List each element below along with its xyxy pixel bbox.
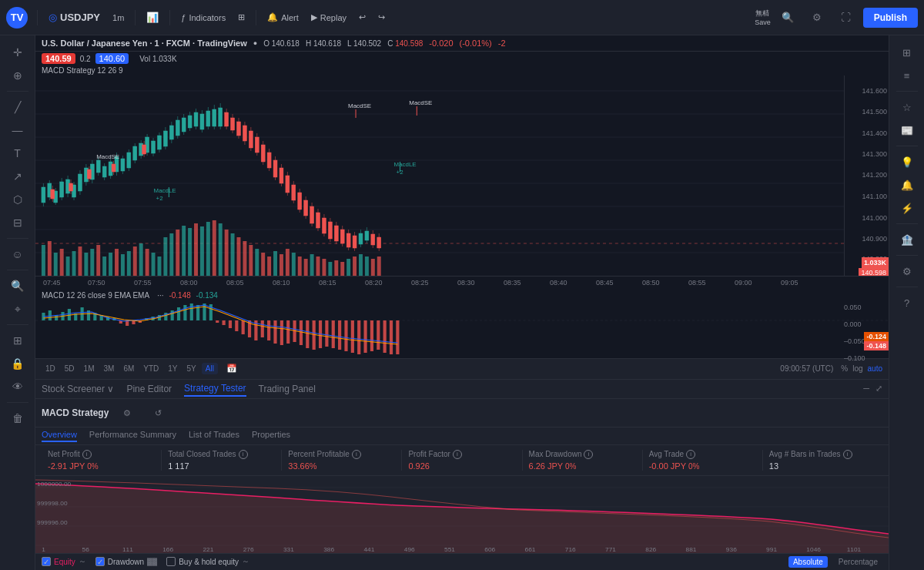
period-3m[interactable]: 3M xyxy=(100,363,119,374)
emoji-tool[interactable]: ☺ xyxy=(5,243,30,265)
period-5d[interactable]: 5D xyxy=(61,363,79,374)
chart-list-btn[interactable]: ≡ xyxy=(895,65,919,86)
period-1d[interactable]: 1D xyxy=(42,363,59,374)
timeframe-selector[interactable]: 1m xyxy=(108,10,129,25)
legend-equity[interactable]: ✓ Equity ～ xyxy=(42,556,86,567)
measure-tool[interactable]: ⊟ xyxy=(5,212,30,233)
minimize-btn[interactable]: ─ xyxy=(863,384,869,394)
svg-rect-258 xyxy=(313,320,316,350)
strategy-refresh-btn[interactable]: ↺ xyxy=(146,402,170,424)
chart-type-btn[interactable]: 📊 xyxy=(142,8,163,26)
info-avg-bars[interactable]: i xyxy=(843,450,852,459)
info-net-profit[interactable]: i xyxy=(82,450,92,459)
strategy-settings-btn[interactable]: ⚙ xyxy=(115,402,139,424)
help-btn[interactable]: ? xyxy=(895,292,919,314)
fullscreen-btn[interactable]: ⛶ xyxy=(834,7,859,28)
shapes-tool[interactable]: ⬡ xyxy=(5,189,30,210)
period-1m[interactable]: 1M xyxy=(80,363,99,374)
tab-stock-screener[interactable]: Stock Screener ∨ xyxy=(42,382,114,396)
svg-rect-156 xyxy=(127,251,131,276)
horizontal-line-tool[interactable]: — xyxy=(5,119,30,141)
ov-tab-trades[interactable]: List of Trades xyxy=(189,430,239,442)
tab-trading-panel[interactable]: Trading Panel xyxy=(259,382,316,396)
log-btn[interactable]: log xyxy=(852,364,862,373)
svg-rect-239 xyxy=(190,303,193,320)
drawdown-checkbox[interactable]: ✓ xyxy=(95,557,105,566)
period-ytd[interactable]: YTD xyxy=(139,363,162,374)
legend-buyhold[interactable]: Buy & hold equity ～ xyxy=(166,556,249,567)
replay-btn[interactable]: ▶ Replay xyxy=(306,9,351,25)
info-closed-trades[interactable]: i xyxy=(239,450,248,459)
info-max-drawdown[interactable]: i xyxy=(584,450,593,459)
period-5y[interactable]: 5Y xyxy=(183,363,200,374)
svg-rect-241 xyxy=(203,303,206,320)
svg-rect-237 xyxy=(177,307,180,320)
right-toolbar: ⊞ ≡ ☆ 📰 💡 🔔 ⚡ 🏦 ⚙ ? xyxy=(889,35,924,570)
search-btn[interactable]: 🔍 xyxy=(775,7,800,28)
info-pct-profitable[interactable]: i xyxy=(352,450,361,459)
ov-tab-overview[interactable]: Overview xyxy=(42,430,77,442)
templates-btn[interactable]: ⊞ xyxy=(233,9,249,25)
cursor-tool[interactable]: ✛ xyxy=(5,42,30,63)
broker-btn[interactable]: 🏦 xyxy=(895,229,919,250)
zoom-tool[interactable]: 🔍 xyxy=(5,275,30,297)
lock-tool[interactable]: 🔒 xyxy=(5,353,30,374)
publish-button[interactable]: Publish xyxy=(863,8,918,28)
period-1y[interactable]: 1Y xyxy=(164,363,181,374)
crosshair-tool[interactable]: ⊕ xyxy=(5,65,30,86)
settings-btn[interactable]: ⚙ xyxy=(805,7,829,28)
svg-text:496: 496 xyxy=(404,546,415,553)
text-tool[interactable]: T xyxy=(5,142,30,164)
save-area[interactable]: 無精 Save xyxy=(755,8,771,26)
svg-rect-191 xyxy=(340,262,344,276)
arrow-tool[interactable]: ↗ xyxy=(5,166,30,187)
alerts-btn[interactable]: 🔔 xyxy=(895,174,919,196)
maximize-btn[interactable]: ⤢ xyxy=(875,384,882,394)
stat-avg-trade: Avg Trade i -0.00 JPY 0% xyxy=(643,450,763,471)
alert-btn[interactable]: 🔔 Alert xyxy=(263,9,303,25)
indicators-btn[interactable]: ƒ Indicators xyxy=(176,10,230,25)
svg-rect-167 xyxy=(194,223,198,276)
watchlist-btn[interactable]: ☆ xyxy=(895,96,919,118)
info-profit-factor[interactable]: i xyxy=(453,450,462,459)
candlestick-area[interactable]: MacdSE MacdLE +2 MacdSE MacdSE MacdLE +2 xyxy=(35,75,844,276)
info-avg-trade[interactable]: i xyxy=(686,450,695,459)
tab-strategy-tester[interactable]: Strategy Tester xyxy=(184,381,246,397)
trend-line-tool[interactable]: ╱ xyxy=(5,96,30,118)
ov-tab-properties[interactable]: Properties xyxy=(252,430,290,442)
period-all[interactable]: All xyxy=(202,363,218,374)
layout-btn[interactable]: ⊞ xyxy=(895,42,919,63)
watchlist-tool[interactable]: ⊞ xyxy=(5,330,30,351)
tv-logo: TV xyxy=(6,7,28,28)
buyhold-checkbox[interactable] xyxy=(166,557,176,566)
svg-text:276: 276 xyxy=(243,546,254,553)
symbol-selector[interactable]: ◎ USDJPY xyxy=(44,8,105,26)
redo-btn[interactable]: ↪ xyxy=(373,9,390,25)
ideas-btn[interactable]: 💡 xyxy=(895,151,919,173)
settings-side-btn[interactable]: ⚙ xyxy=(895,260,919,282)
svg-text:111: 111 xyxy=(122,546,133,553)
svg-rect-170 xyxy=(213,220,216,276)
absolute-btn[interactable]: Absolute xyxy=(788,556,828,568)
legend-drawdown[interactable]: ✓ Drawdown ▓▓ xyxy=(95,557,157,566)
chart-container[interactable]: MacdSE MacdLE +2 MacdSE MacdSE MacdLE +2 xyxy=(35,75,889,276)
svg-text:09:00: 09:00 xyxy=(735,279,752,287)
magnet-tool[interactable]: ⌖ xyxy=(5,298,30,320)
svg-text:606: 606 xyxy=(484,546,495,553)
tab-pine-editor[interactable]: Pine Editor xyxy=(126,382,172,396)
undo-btn[interactable]: ↩ xyxy=(354,9,370,25)
percentage-btn[interactable]: Percentage xyxy=(834,556,882,568)
equity-chart[interactable]: 0.00 -2.00 -4.00 -6.00 1 56 111 166 221 … xyxy=(35,476,889,553)
calendar-icon[interactable]: 📅 xyxy=(219,358,244,380)
equity-checkbox[interactable]: ✓ xyxy=(42,557,51,566)
ov-tab-performance[interactable]: Performance Summary xyxy=(89,430,176,442)
svg-text:08:30: 08:30 xyxy=(457,279,475,287)
news-btn[interactable]: 📰 xyxy=(895,119,919,141)
svg-rect-244 xyxy=(223,320,226,325)
svg-text:08:10: 08:10 xyxy=(273,279,290,287)
eye-tool[interactable]: 👁 xyxy=(5,376,30,397)
trash-tool[interactable]: 🗑 xyxy=(5,407,30,429)
replay-side-btn[interactable]: ⚡ xyxy=(895,197,919,219)
period-6m[interactable]: 6M xyxy=(119,363,138,374)
auto-btn[interactable]: auto xyxy=(868,364,882,373)
